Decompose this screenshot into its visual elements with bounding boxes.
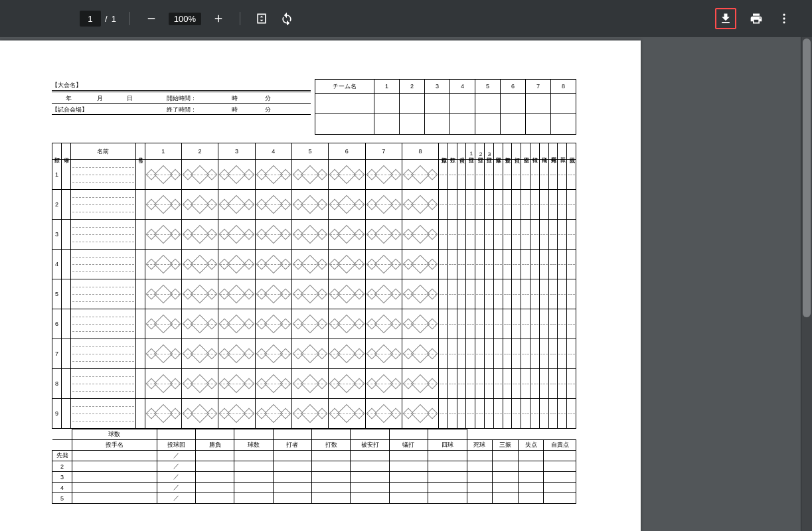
inning-cell: [181, 250, 218, 279]
stat-cell: [558, 399, 567, 429]
pitch-stat-cell: [234, 461, 273, 472]
stat-cell: [447, 250, 457, 279]
page-input[interactable]: [80, 11, 101, 27]
inning-cell: [145, 339, 181, 369]
rotate-button[interactable]: [279, 11, 295, 27]
pitch-stat-cell: [312, 472, 351, 483]
page-separator: /: [105, 14, 108, 24]
stat-cell: [493, 369, 503, 399]
inning-cell: [402, 160, 438, 190]
inning-cell: [402, 399, 438, 429]
stat-cell: [439, 190, 448, 220]
stat-cell: [521, 250, 530, 279]
fit-page-button[interactable]: [254, 11, 270, 27]
pitch-stat-cell: [273, 493, 311, 504]
pitch-stat-cell: [467, 493, 493, 504]
col-inning: 6: [329, 143, 365, 160]
pitcher-table: 球数 投手名 投球回 勝負 球数 打者 打数 被安打 犠打 四: [52, 429, 576, 504]
stat-cell: [466, 279, 475, 309]
inning-cell: [145, 309, 181, 339]
stat-cell: [503, 190, 512, 220]
zoom-in-button[interactable]: [210, 11, 226, 27]
order-cell: 4: [52, 250, 62, 279]
stat-cell: [439, 160, 448, 190]
stat-cell: [539, 369, 548, 399]
zoom-out-button[interactable]: [143, 11, 159, 27]
batting-row: 1: [52, 160, 576, 190]
col-inning: 5: [291, 143, 328, 160]
print-button[interactable]: [748, 11, 764, 27]
scrollbar-track[interactable]: [801, 37, 812, 531]
stat-cell: [530, 279, 539, 309]
inning-cell: [145, 250, 181, 279]
inning-cell: [255, 190, 291, 220]
start-time-label: 開始時間：: [145, 94, 218, 103]
inning-cell: [181, 220, 218, 250]
pdf-toolbar: / 1 100%: [0, 0, 812, 37]
inning-cell: [402, 339, 438, 369]
pitch-col: 被安打: [351, 440, 389, 451]
inning-cell: [181, 190, 218, 220]
stat-cell: [475, 309, 485, 339]
stat-cell: [548, 250, 558, 279]
stat-cell: [475, 399, 485, 429]
stat-cell: [558, 250, 567, 279]
minute-label-2: 分: [251, 106, 284, 114]
scrollbar-thumb[interactable]: [803, 38, 811, 317]
pitcher-name-cell: [72, 483, 157, 493]
pos-cell: [61, 309, 70, 339]
stat-cell: [475, 339, 485, 369]
inning-header: 1: [374, 80, 400, 94]
day-label: 日: [115, 94, 145, 103]
pos-cell: [61, 279, 70, 309]
pos-cell: [61, 220, 70, 250]
stat-cell: [548, 279, 558, 309]
stat-cell: [521, 309, 530, 339]
stat-cell: [503, 220, 512, 250]
col-stat: ２塁打: [477, 148, 483, 153]
stat-cell: [485, 279, 494, 309]
num-cell: [135, 279, 145, 309]
inning-cell: [145, 399, 181, 429]
download-button[interactable]: [718, 11, 734, 27]
inning-cell: [218, 220, 255, 250]
stat-cell: [539, 250, 548, 279]
pitch-stat-cell: [428, 461, 467, 472]
stat-cell: [558, 339, 567, 369]
pitcher-row-label: 先発: [52, 451, 72, 461]
pitch-stat-cell: [351, 483, 389, 493]
num-cell: [135, 309, 145, 339]
pitch-stat-cell: [428, 483, 467, 493]
inning-header: 3: [425, 80, 450, 94]
pitch-stat-cell: [351, 461, 389, 472]
col-inning: 2: [181, 143, 218, 160]
col-inning: 1: [145, 143, 181, 160]
inning-cell: [181, 279, 218, 309]
stat-cell: [466, 369, 475, 399]
stat-cell: [521, 369, 530, 399]
stat-cell: [521, 279, 530, 309]
stat-cell: [447, 220, 457, 250]
inning-cell: [402, 190, 438, 220]
stat-cell: [530, 369, 539, 399]
num-cell: [135, 250, 145, 279]
inning-cell: [365, 279, 402, 309]
pitch-stat-cell: [273, 483, 311, 493]
inning-cell: [365, 250, 402, 279]
stat-cell: [530, 190, 539, 220]
stat-cell: [447, 190, 457, 220]
more-button[interactable]: [776, 11, 792, 27]
inning-cell: [329, 160, 365, 190]
pitch-stat-cell: [428, 472, 467, 483]
stat-cell: [567, 339, 576, 369]
venue-label: 【試合会場】: [52, 106, 145, 114]
stat-cell: [567, 250, 576, 279]
stat-cell: [521, 190, 530, 220]
name-cell: [70, 279, 135, 309]
stat-cell: [439, 279, 448, 309]
stat-cell: [466, 399, 475, 429]
stat-cell: [567, 309, 576, 339]
pitch-stat-cell: [234, 483, 273, 493]
stat-cell: [503, 279, 512, 309]
inning-cell: [181, 339, 218, 369]
